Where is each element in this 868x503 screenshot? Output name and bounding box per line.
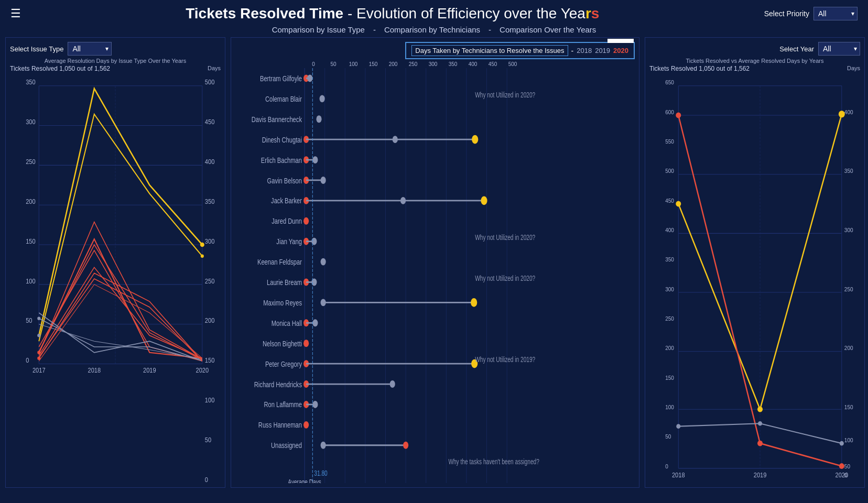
svg-text:450: 450	[205, 119, 214, 125]
svg-text:Why the tasks haven't been ass: Why the tasks haven't been assigned?	[448, 457, 539, 466]
svg-text:Russ Hanneman: Russ Hanneman	[258, 421, 302, 430]
legend-2020: 2020	[613, 47, 628, 54]
svg-text:Jian Yang: Jian Yang	[276, 237, 302, 246]
hamburger-menu[interactable]: ☰	[10, 7, 21, 20]
svg-point-171	[758, 421, 762, 426]
priority-selector: Select Priority All High Medium Low	[764, 7, 858, 20]
svg-text:Maximo Reyes: Maximo Reyes	[263, 298, 302, 307]
technicians-list: Bertram Gilfoyle Coleman Blair Why not U…	[235, 68, 635, 483]
main-content: Select Issue Type All Bug Feature Suppor…	[0, 37, 868, 488]
svg-text:Why not Utilized in 2019?: Why not Utilized in 2019?	[475, 356, 535, 364]
svg-point-92	[311, 279, 317, 286]
left-days-label: Days	[208, 65, 221, 73]
legend-2019: 2019	[595, 47, 610, 54]
nav-technicians[interactable]: Comparison by Technicians	[384, 25, 480, 34]
svg-text:250: 250	[844, 287, 853, 292]
svg-text:31.80: 31.80	[314, 469, 328, 478]
svg-point-122	[403, 442, 408, 449]
svg-text:550: 550	[665, 139, 674, 145]
svg-point-167	[676, 113, 681, 118]
svg-text:50: 50	[665, 434, 671, 440]
svg-point-54	[307, 75, 312, 82]
svg-text:600: 600	[665, 110, 674, 115]
year-selector-row: Select Year All 2018 2019 2020	[649, 42, 860, 56]
svg-text:Average Days: Average Days	[288, 478, 321, 483]
year-select[interactable]: All 2018 2019 2020	[818, 42, 860, 56]
nav-years[interactable]: Comparison Over the Years	[500, 25, 596, 34]
svg-text:Coleman Blair: Coleman Blair	[265, 94, 302, 103]
svg-text:250: 250	[205, 278, 214, 284]
issue-type-select[interactable]: All Bug Feature Support	[68, 42, 112, 56]
tech-chart-svg: Bertram Gilfoyle Coleman Blair Why not U…	[235, 68, 635, 483]
svg-text:Davis Bannercheck: Davis Bannercheck	[252, 115, 302, 124]
svg-text:2019: 2019	[143, 367, 156, 373]
svg-text:300: 300	[205, 238, 214, 244]
svg-text:Ron Laflamme: Ron Laflamme	[264, 400, 302, 409]
svg-text:Monica Hall: Monica Hall	[272, 319, 302, 327]
svg-text:400: 400	[665, 227, 674, 233]
svg-text:Why not Utilized in 2020?: Why not Utilized in 2020?	[475, 91, 535, 99]
svg-point-165	[757, 407, 763, 412]
svg-text:50: 50	[26, 318, 32, 324]
right-chart-area: 650 600 550 500 450 400 350 300 250 200 …	[649, 74, 860, 483]
svg-point-35	[201, 254, 204, 258]
svg-point-168	[757, 441, 763, 446]
legend-dash: -	[571, 47, 574, 55]
svg-text:150: 150	[665, 375, 674, 381]
svg-text:400: 400	[844, 110, 853, 115]
svg-text:200: 200	[665, 345, 674, 351]
svg-text:Bertram Gilfoyle: Bertram Gilfoyle	[260, 74, 302, 83]
svg-text:50: 50	[844, 464, 850, 469]
svg-text:150: 150	[26, 238, 35, 244]
priority-label: Select Priority	[764, 9, 809, 18]
svg-point-169	[839, 463, 844, 469]
right-tickets-info: Tickets Resolved 1,050 out of 1,562	[649, 65, 750, 72]
svg-text:300: 300	[844, 227, 853, 233]
left-tickets-info: Tickets Resolved 1,050 out of 1,562	[10, 65, 110, 72]
svg-text:2018: 2018	[88, 367, 101, 373]
svg-text:Jack Barker: Jack Barker	[271, 196, 302, 205]
svg-point-116	[312, 401, 318, 408]
svg-text:100: 100	[205, 397, 214, 403]
issue-type-label: Select Issue Type	[10, 45, 63, 53]
left-chart-title: Average Resolution Days by Issue Type Ov…	[10, 58, 221, 64]
issue-type-selector-row: Select Issue Type All Bug Feature Suppor…	[10, 42, 221, 56]
svg-text:50: 50	[205, 437, 211, 443]
svg-point-88	[321, 258, 326, 266]
svg-text:100: 100	[844, 438, 853, 443]
svg-text:Laurie Bream: Laurie Bream	[267, 278, 302, 287]
svg-text:350: 350	[665, 257, 674, 263]
svg-text:Gavin Belson: Gavin Belson	[267, 176, 302, 185]
title-dash: - Evolution of Efficiency over the Yea	[348, 5, 585, 21]
nav-sep2: -	[489, 25, 491, 34]
svg-text:0: 0	[205, 476, 208, 483]
svg-text:Peter Gregory: Peter Gregory	[265, 359, 302, 368]
title-yellow: r	[585, 5, 591, 21]
svg-text:2019: 2019	[754, 472, 767, 478]
svg-text:200: 200	[26, 199, 35, 205]
svg-text:450: 450	[665, 198, 674, 204]
svg-point-59	[316, 115, 321, 123]
legend-2018: 2018	[577, 47, 592, 54]
nav-bar: Comparison by Issue Type - Comparison by…	[0, 22, 868, 37]
page-title-area: Tickets Resolved Time - Evolution of Eff…	[21, 5, 764, 22]
nav-sep1: -	[373, 25, 376, 34]
svg-point-97	[471, 298, 477, 307]
left-panel: Select Issue Type All Bug Feature Suppor…	[5, 37, 225, 488]
svg-point-39	[37, 356, 40, 360]
right-days-label: Days	[847, 65, 860, 73]
svg-point-81	[303, 217, 309, 225]
svg-text:150: 150	[844, 404, 853, 410]
svg-text:Nelson Bighetti: Nelson Bighetti	[263, 339, 302, 348]
priority-select-input[interactable]: All High Medium Low	[813, 7, 858, 20]
title-red: s	[591, 5, 600, 21]
svg-point-164	[676, 201, 681, 207]
svg-text:100: 100	[665, 404, 674, 410]
nav-issue-type[interactable]: Comparison by Issue Type	[272, 25, 365, 34]
svg-text:2020: 2020	[196, 367, 209, 373]
svg-text:350: 350	[844, 168, 853, 174]
title-bold: Tickets Resolved Time	[186, 5, 343, 21]
svg-text:Richard Hendricks: Richard Hendricks	[254, 380, 302, 389]
svg-text:350: 350	[26, 79, 35, 85]
svg-text:2018: 2018	[672, 472, 685, 478]
